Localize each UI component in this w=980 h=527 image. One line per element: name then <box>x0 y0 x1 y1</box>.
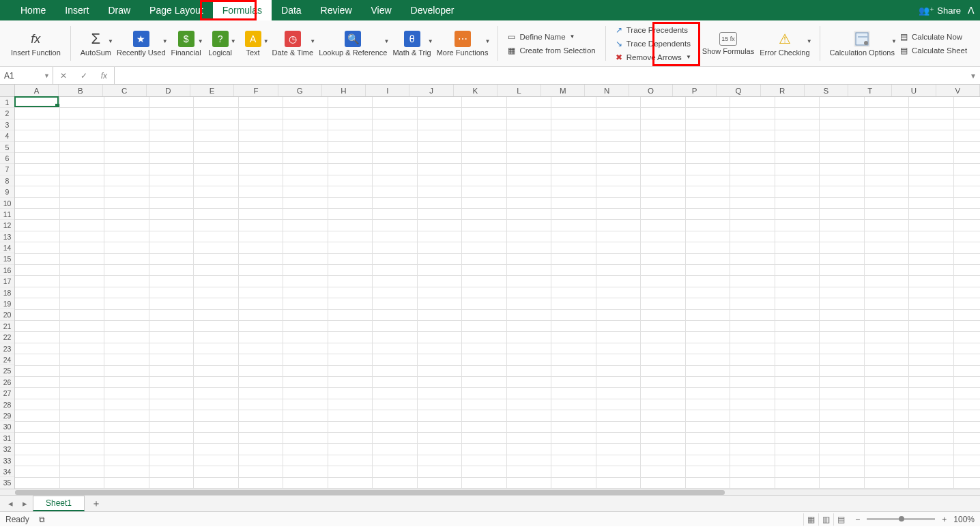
row-header-9[interactable]: 9 <box>0 186 14 197</box>
column-header-T[interactable]: T <box>848 85 892 96</box>
column-header-S[interactable]: S <box>805 85 848 96</box>
tab-nav-first[interactable]: ◂ <box>4 498 17 509</box>
zoom-out-button[interactable]: − <box>852 515 863 524</box>
row-header-20[interactable]: 20 <box>0 309 14 320</box>
row-header-12[interactable]: 12 <box>0 220 14 231</box>
row-header-16[interactable]: 16 <box>0 265 14 276</box>
zoom-slider-knob[interactable] <box>899 516 904 522</box>
column-header-E[interactable]: E <box>190 85 234 96</box>
menu-tab-page-layout[interactable]: Page Layout <box>140 0 213 20</box>
column-header-C[interactable]: C <box>103 85 147 96</box>
name-box[interactable]: A1 ▼ <box>0 67 53 84</box>
macro-record-icon[interactable]: ⧉ <box>39 515 45 524</box>
row-header-35[interactable]: 35 <box>0 477 14 488</box>
formula-input[interactable] <box>115 67 966 84</box>
row-header-11[interactable]: 11 <box>0 209 14 220</box>
row-header-3[interactable]: 3 <box>0 119 14 130</box>
row-header-27[interactable]: 27 <box>0 388 14 399</box>
menu-tab-review[interactable]: Review <box>311 0 362 20</box>
math-trig-button[interactable]: θ ▼ Math & Trig <box>390 29 433 58</box>
column-header-I[interactable]: I <box>366 85 409 96</box>
column-header-J[interactable]: J <box>409 85 453 96</box>
column-header-V[interactable]: V <box>936 85 980 96</box>
select-all-corner[interactable] <box>0 85 15 97</box>
row-header-31[interactable]: 31 <box>0 433 14 444</box>
page-break-view-button[interactable]: ▤ <box>833 513 848 526</box>
logical-button[interactable]: ? ▼ Logical <box>204 29 237 58</box>
calculate-now-button[interactable]: ▤ Calculate Now <box>897 31 970 42</box>
row-header-25[interactable]: 25 <box>0 365 14 376</box>
column-header-P[interactable]: P <box>673 85 717 96</box>
add-sheet-button[interactable]: ＋ <box>86 498 106 510</box>
column-header-O[interactable]: O <box>629 85 673 96</box>
zoom-in-button[interactable]: + <box>939 515 949 524</box>
sheet-tab-sheet1[interactable]: Sheet1 <box>33 496 85 511</box>
row-header-29[interactable]: 29 <box>0 410 14 421</box>
scrollbar-thumb[interactable] <box>15 490 725 495</box>
row-header-15[interactable]: 15 <box>0 253 14 264</box>
error-checking-button[interactable]: ⚠ ▼ Error Checking <box>757 29 812 58</box>
column-header-G[interactable]: G <box>278 85 322 96</box>
text-button[interactable]: A ▼ Text <box>237 29 270 58</box>
row-header-6[interactable]: 6 <box>0 153 14 164</box>
show-formulas-button[interactable]: 15 fx Show Formulas <box>700 31 757 57</box>
cancel-formula-button[interactable]: ✕ <box>60 71 67 81</box>
page-layout-view-button[interactable]: ▥ <box>818 513 833 526</box>
trace-precedents-button[interactable]: ↗ Trace Precedents <box>613 25 694 35</box>
collapse-ribbon-button[interactable]: ᐱ <box>968 5 975 16</box>
menu-tab-developer[interactable]: Developer <box>401 0 464 20</box>
column-header-U[interactable]: U <box>892 85 936 96</box>
column-header-L[interactable]: L <box>498 85 541 96</box>
row-header-26[interactable]: 26 <box>0 377 14 388</box>
create-from-selection-button[interactable]: ▦ Create from Selection <box>505 45 598 56</box>
row-header-28[interactable]: 28 <box>0 399 14 410</box>
zoom-percent[interactable]: 100% <box>953 515 975 524</box>
row-header-24[interactable]: 24 <box>0 354 14 365</box>
row-header-21[interactable]: 21 <box>0 321 14 332</box>
column-header-B[interactable]: B <box>59 85 102 96</box>
row-header-1[interactable]: 1 <box>0 97 14 108</box>
column-header-M[interactable]: M <box>541 85 585 96</box>
menu-tab-draw[interactable]: Draw <box>98 0 140 20</box>
row-header-33[interactable]: 33 <box>0 455 14 466</box>
lookup-reference-button[interactable]: 🔍 ▼ Lookup & Reference <box>316 29 390 58</box>
column-header-A[interactable]: A <box>15 85 59 96</box>
row-header-34[interactable]: 34 <box>0 466 14 477</box>
row-header-7[interactable]: 7 <box>0 164 14 175</box>
row-header-10[interactable]: 10 <box>0 198 14 209</box>
normal-view-button[interactable]: ▦ <box>803 513 818 526</box>
calculation-options-button[interactable]: ▼ Calculation Options <box>827 29 897 58</box>
row-header-32[interactable]: 32 <box>0 444 14 455</box>
row-header-17[interactable]: 17 <box>0 276 14 287</box>
column-header-Q[interactable]: Q <box>717 85 760 96</box>
remove-arrows-button[interactable]: ✖ Remove Arrows ▼ <box>613 52 694 63</box>
autosum-button[interactable]: Σ ▼ AutoSum <box>78 29 114 58</box>
row-header-13[interactable]: 13 <box>0 231 14 242</box>
financial-button[interactable]: $ ▼ Financial <box>169 29 204 58</box>
menu-tab-view[interactable]: View <box>362 0 401 20</box>
column-header-K[interactable]: K <box>454 85 498 96</box>
row-header-2[interactable]: 2 <box>0 108 14 119</box>
row-header-5[interactable]: 5 <box>0 142 14 153</box>
row-header-19[interactable]: 19 <box>0 298 14 309</box>
row-header-23[interactable]: 23 <box>0 343 14 354</box>
row-header-18[interactable]: 18 <box>0 287 14 298</box>
row-header-4[interactable]: 4 <box>0 130 14 141</box>
horizontal-scrollbar[interactable] <box>0 489 980 495</box>
trace-dependents-button[interactable]: ↘ Trace Dependents <box>613 38 694 49</box>
column-header-D[interactable]: D <box>147 85 190 96</box>
recently-used-button[interactable]: ★ ▼ Recently Used <box>114 29 169 58</box>
row-header-30[interactable]: 30 <box>0 421 14 432</box>
cells-area[interactable] <box>15 97 980 489</box>
column-header-F[interactable]: F <box>234 85 278 96</box>
menu-tab-insert[interactable]: Insert <box>55 0 98 20</box>
row-header-8[interactable]: 8 <box>0 175 14 186</box>
menu-tab-formulas[interactable]: Formulas <box>213 0 272 20</box>
share-button[interactable]: 👥⁺Share <box>919 5 961 16</box>
zoom-slider[interactable] <box>867 518 935 520</box>
column-header-R[interactable]: R <box>761 85 805 96</box>
row-header-22[interactable]: 22 <box>0 332 14 343</box>
more-functions-button[interactable]: ⋯ ▼ More Functions <box>434 29 491 58</box>
column-header-N[interactable]: N <box>585 85 629 96</box>
enter-formula-button[interactable]: ✓ <box>81 71 87 81</box>
